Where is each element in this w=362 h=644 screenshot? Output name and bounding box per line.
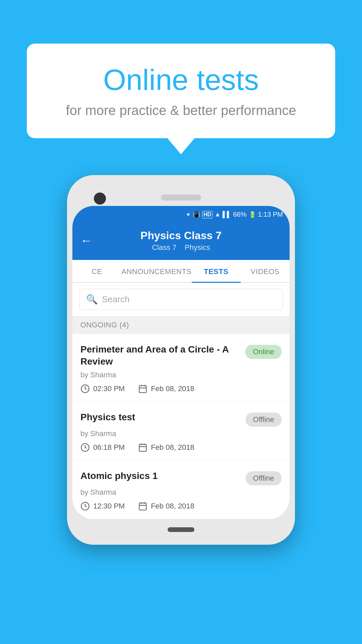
test-meta-2: 06:18 PM Feb 08, 2018	[80, 443, 282, 452]
clock-icon-1	[80, 384, 90, 393]
search-icon: 🔍	[86, 294, 98, 305]
app-bar: ← Physics Class 7 Class 7 Physics	[72, 223, 290, 260]
status-icons: ✶ 📳 HD ▲ ▌▌ 66% 🔋 1:13 PM	[186, 211, 283, 218]
subtitle-subject: Physics	[185, 243, 210, 252]
status-time: 1:13 PM	[258, 211, 283, 218]
bluetooth-icon: ✶	[186, 211, 191, 218]
test-item-2[interactable]: Physics test Offline by Sharma 06:18 PM …	[72, 402, 290, 461]
test-time-2: 06:18 PM	[80, 443, 125, 452]
home-indicator[interactable]	[168, 527, 194, 532]
status-badge-2: Offline	[246, 413, 282, 427]
subtitle-class: Class 7	[152, 243, 176, 252]
test-author-3: by Sharma	[80, 488, 282, 497]
calendar-icon-2	[138, 443, 147, 452]
back-button[interactable]: ←	[80, 233, 93, 248]
phone-mockup: ✶ 📳 HD ▲ ▌▌ 66% 🔋 1:13 PM	[67, 175, 295, 545]
calendar-icon-3	[138, 501, 147, 511]
tab-announcements[interactable]: ANNOUNCEMENTS	[121, 260, 191, 282]
battery-icon: 🔋	[249, 211, 256, 218]
signal-icon: ▌▌	[223, 211, 231, 218]
test-date-1: Feb 08, 2018	[138, 384, 194, 393]
test-list: Perimeter and Area of a Circle - A Revie…	[72, 334, 290, 519]
search-box[interactable]: 🔍 Search	[79, 289, 283, 310]
phone-screen: ✶ 📳 HD ▲ ▌▌ 66% 🔋 1:13 PM	[72, 206, 290, 519]
bubble-title: Online tests	[54, 64, 308, 96]
status-badge-3: Offline	[246, 471, 282, 485]
test-meta-3: 12:30 PM Feb 08, 2018	[80, 501, 282, 511]
test-date-3: Feb 08, 2018	[138, 501, 194, 511]
hd-icon: HD	[202, 211, 213, 218]
test-time-3: 12:30 PM	[80, 501, 125, 511]
test-date-2: Feb 08, 2018	[138, 443, 194, 452]
svg-rect-1	[139, 385, 146, 392]
test-time-1: 02:30 PM	[80, 384, 125, 393]
app-bar-title: Physics Class 7	[140, 229, 222, 242]
bubble-subtitle: for more practice & better performance	[54, 103, 308, 118]
phone-camera	[94, 193, 106, 205]
test-name-2: Physics test	[80, 411, 246, 423]
test-item-3[interactable]: Atomic physics 1 Offline by Sharma 12:30…	[72, 461, 290, 519]
clock-icon-3	[80, 501, 90, 511]
status-bar: ✶ 📳 HD ▲ ▌▌ 66% 🔋 1:13 PM	[72, 206, 290, 223]
calendar-icon-1	[138, 384, 147, 393]
test-item-1[interactable]: Perimeter and Area of a Circle - A Revie…	[72, 334, 290, 402]
vibrate-icon: 📳	[193, 211, 200, 218]
clock-icon-2	[80, 443, 90, 452]
svg-rect-6	[139, 444, 146, 451]
phone-speaker	[161, 195, 201, 201]
tab-tests[interactable]: TESTS	[192, 260, 241, 282]
test-name-1: Perimeter and Area of a Circle - A Revie…	[80, 343, 245, 368]
status-badge-1: Online	[245, 345, 282, 359]
test-name-3: Atomic physics 1	[80, 470, 246, 482]
app-bar-subtitle: Class 7 Physics	[140, 243, 222, 252]
section-title: ONGOING (4)	[80, 321, 129, 329]
test-author-1: by Sharma	[80, 371, 282, 379]
tabs-bar: CE ANNOUNCEMENTS TESTS VIDEOS	[72, 260, 290, 283]
search-placeholder-text: Search	[102, 294, 129, 305]
search-container: 🔍 Search	[72, 283, 290, 316]
tab-ce[interactable]: CE	[72, 260, 121, 282]
test-meta-1: 02:30 PM Feb 08, 2018	[80, 384, 282, 393]
battery-percent: 66%	[233, 211, 246, 218]
speech-bubble: Online tests for more practice & better …	[27, 44, 335, 138]
tab-videos[interactable]: VIDEOS	[241, 260, 290, 282]
wifi-icon: ▲	[215, 211, 221, 218]
section-header-ongoing: ONGOING (4)	[72, 316, 290, 334]
test-author-2: by Sharma	[80, 429, 282, 438]
svg-rect-11	[139, 503, 146, 510]
